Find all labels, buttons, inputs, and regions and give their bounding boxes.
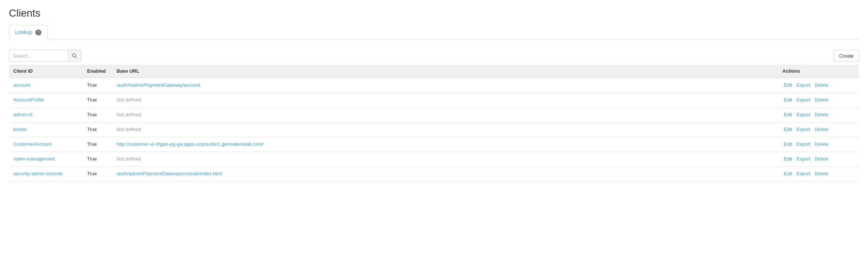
actions-cell: Edit Export Delete xyxy=(778,78,859,93)
edit-button[interactable]: Edit xyxy=(782,141,793,148)
delete-button[interactable]: Delete xyxy=(813,141,830,148)
table-row: AccountProfileTrueNot definedEdit Export… xyxy=(9,93,859,107)
tab-lookup-label: Lookup xyxy=(15,29,32,35)
tab-lookup[interactable]: Lookup ? xyxy=(9,25,48,39)
client-id-link[interactable]: security-admin-console xyxy=(13,171,63,176)
client-id-link[interactable]: admin-cli xyxy=(13,112,32,117)
actions-cell: Edit Export Delete xyxy=(778,152,859,166)
actions-cell: Edit Export Delete xyxy=(778,137,859,152)
table-row: realm-managementTrueNot definedEdit Expo… xyxy=(9,152,859,166)
base-url-link[interactable]: /auth/realms/PaymentGateway/account xyxy=(117,82,200,88)
delete-button[interactable]: Delete xyxy=(813,96,830,103)
page-title: Clients xyxy=(9,7,859,19)
toolbar: Create xyxy=(9,47,859,65)
client-id-link[interactable]: realm-management xyxy=(13,156,55,162)
create-button[interactable]: Create xyxy=(834,50,859,62)
actions-cell: Edit Export Delete xyxy=(778,166,859,181)
edit-button[interactable]: Edit xyxy=(782,170,793,177)
export-button[interactable]: Export xyxy=(795,111,812,118)
svg-line-1 xyxy=(75,56,77,58)
table-header: Client ID Enabled Base URL Actions xyxy=(9,65,859,78)
enabled-value: True xyxy=(83,152,112,166)
search-button[interactable] xyxy=(68,50,81,62)
actions-cell: Edit Export Delete xyxy=(778,122,859,137)
edit-button[interactable]: Edit xyxy=(782,82,793,89)
enabled-value: True xyxy=(83,166,112,181)
search-icon xyxy=(72,53,77,58)
table-row: brokerTrueNot definedEdit Export Delete xyxy=(9,122,859,137)
export-button[interactable]: Export xyxy=(795,96,812,103)
base-url-not-defined: Not defined xyxy=(117,112,141,117)
delete-button[interactable]: Delete xyxy=(813,155,830,162)
table-row: CustomerAccountTruehttp://customer-ui-ch… xyxy=(9,137,859,152)
tabs-container: Lookup ? xyxy=(9,25,859,39)
enabled-value: True xyxy=(83,137,112,152)
export-button[interactable]: Export xyxy=(795,82,812,89)
search-input[interactable] xyxy=(9,50,68,62)
table-body: accountTrue/auth/realms/PaymentGateway/a… xyxy=(9,78,859,181)
enabled-value: True xyxy=(83,107,112,122)
table-row: accountTrue/auth/realms/PaymentGateway/a… xyxy=(9,78,859,93)
enabled-value: True xyxy=(83,122,112,137)
base-url-link[interactable]: /auth/admin/PaymentGateway/console/index… xyxy=(117,171,222,176)
edit-button[interactable]: Edit xyxy=(782,96,793,103)
col-header-enabled: Enabled xyxy=(83,65,112,78)
delete-button[interactable]: Delete xyxy=(813,126,830,133)
delete-button[interactable]: Delete xyxy=(813,170,830,177)
col-header-client-id: Client ID xyxy=(9,65,83,78)
lookup-help-icon[interactable]: ? xyxy=(35,30,41,35)
base-url-link[interactable]: http://customer-ui-chgan-pg-gw.apps.ocpc… xyxy=(117,141,264,147)
base-url-not-defined: Not defined xyxy=(117,156,141,162)
enabled-value: True xyxy=(83,93,112,107)
delete-button[interactable]: Delete xyxy=(813,82,830,89)
actions-cell: Edit Export Delete xyxy=(778,107,859,122)
client-id-link[interactable]: account xyxy=(13,82,30,88)
edit-button[interactable]: Edit xyxy=(782,155,793,162)
export-button[interactable]: Export xyxy=(795,155,812,162)
export-button[interactable]: Export xyxy=(795,170,812,177)
delete-button[interactable]: Delete xyxy=(813,111,830,118)
base-url-not-defined: Not defined xyxy=(117,97,141,103)
actions-cell: Edit Export Delete xyxy=(778,93,859,107)
col-header-base-url: Base URL xyxy=(112,65,778,78)
base-url-not-defined: Not defined xyxy=(117,127,141,132)
client-id-link[interactable]: CustomerAccount xyxy=(13,141,51,147)
client-id-link[interactable]: AccountProfile xyxy=(13,97,44,103)
export-button[interactable]: Export xyxy=(795,141,812,148)
edit-button[interactable]: Edit xyxy=(782,111,793,118)
enabled-value: True xyxy=(83,78,112,93)
edit-button[interactable]: Edit xyxy=(782,126,793,133)
table-row: admin-cliTrueNot definedEdit Export Dele… xyxy=(9,107,859,122)
export-button[interactable]: Export xyxy=(795,126,812,133)
client-id-link[interactable]: broker xyxy=(13,127,27,132)
col-header-actions: Actions xyxy=(778,65,859,78)
search-container xyxy=(9,50,81,62)
clients-table: Client ID Enabled Base URL Actions accou… xyxy=(9,65,859,181)
svg-point-0 xyxy=(72,53,76,57)
table-row: security-admin-consoleTrue/auth/admin/Pa… xyxy=(9,166,859,181)
